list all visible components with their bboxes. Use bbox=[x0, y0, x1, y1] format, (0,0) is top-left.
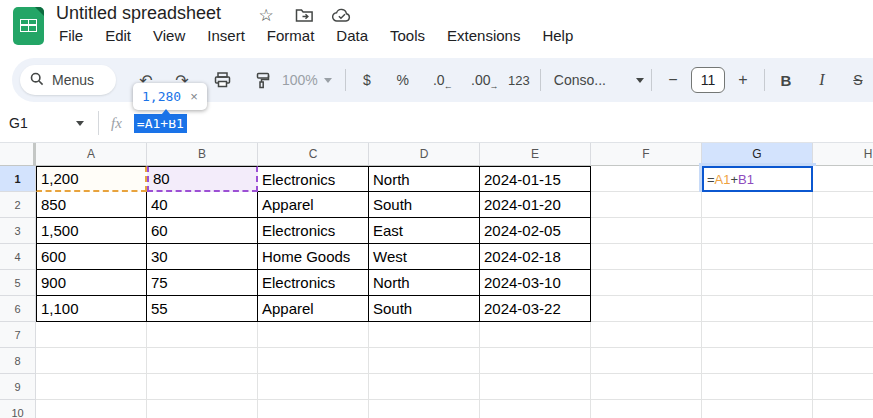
cell-F2[interactable] bbox=[591, 192, 702, 218]
cell-A1[interactable]: 1,200 bbox=[36, 166, 147, 192]
cell-A2[interactable]: 850 bbox=[36, 192, 147, 218]
cell-B4[interactable]: 30 bbox=[147, 244, 258, 270]
cell-C8[interactable] bbox=[258, 348, 369, 374]
cell-E1[interactable]: 2024-01-15 bbox=[480, 166, 591, 192]
column-header-F[interactable]: F bbox=[591, 143, 702, 166]
zoom-control[interactable]: 100% bbox=[282, 72, 332, 88]
cell-C3[interactable]: Electronics bbox=[258, 218, 369, 244]
cell-C2[interactable]: Apparel bbox=[258, 192, 369, 218]
cell-B1[interactable]: 80 bbox=[147, 166, 258, 192]
cell-F9[interactable] bbox=[591, 374, 702, 400]
move-to-folder-icon[interactable] bbox=[294, 5, 314, 25]
cell-G7[interactable] bbox=[702, 322, 813, 348]
cell-A8[interactable] bbox=[36, 348, 147, 374]
cell-F1[interactable] bbox=[591, 166, 702, 192]
cell-G2[interactable] bbox=[702, 192, 813, 218]
cell-H10[interactable] bbox=[813, 400, 873, 418]
cell-H6[interactable] bbox=[813, 296, 873, 322]
format-percent-button[interactable]: % bbox=[389, 66, 417, 94]
decrease-font-size-button[interactable]: − bbox=[659, 66, 687, 94]
row-header-6[interactable]: 6 bbox=[0, 296, 36, 322]
cell-F6[interactable] bbox=[591, 296, 702, 322]
cell-G10[interactable] bbox=[702, 400, 813, 418]
cell-A7[interactable] bbox=[36, 322, 147, 348]
row-header-5[interactable]: 5 bbox=[0, 270, 36, 296]
cell-D9[interactable] bbox=[369, 374, 480, 400]
cell-D10[interactable] bbox=[369, 400, 480, 418]
increase-font-size-button[interactable]: + bbox=[729, 66, 757, 94]
cell-B10[interactable] bbox=[147, 400, 258, 418]
cell-E9[interactable] bbox=[480, 374, 591, 400]
row-header-8[interactable]: 8 bbox=[0, 348, 36, 374]
cell-E6[interactable]: 2024-03-22 bbox=[480, 296, 591, 322]
cell-B6[interactable]: 55 bbox=[147, 296, 258, 322]
cell-H7[interactable] bbox=[813, 322, 873, 348]
cell-H9[interactable] bbox=[813, 374, 873, 400]
cell-A3[interactable]: 1,500 bbox=[36, 218, 147, 244]
format-currency-button[interactable]: $ bbox=[353, 66, 381, 94]
cell-H3[interactable] bbox=[813, 218, 873, 244]
column-header-D[interactable]: D bbox=[369, 143, 480, 166]
menu-file[interactable]: File bbox=[48, 25, 94, 46]
cell-C6[interactable]: Apparel bbox=[258, 296, 369, 322]
cell-H4[interactable] bbox=[813, 244, 873, 270]
cell-G9[interactable] bbox=[702, 374, 813, 400]
row-header-9[interactable]: 9 bbox=[0, 374, 36, 400]
row-header-7[interactable]: 7 bbox=[0, 322, 36, 348]
menu-help[interactable]: Help bbox=[531, 25, 584, 46]
increase-decimal-button[interactable]: .00→ bbox=[467, 66, 495, 94]
cell-G5[interactable] bbox=[702, 270, 813, 296]
cell-G6[interactable] bbox=[702, 296, 813, 322]
cell-D5[interactable]: North bbox=[369, 270, 480, 296]
row-header-4[interactable]: 4 bbox=[0, 244, 36, 270]
cell-D1[interactable]: North bbox=[369, 166, 480, 192]
bold-button[interactable]: B bbox=[772, 66, 800, 94]
cell-E2[interactable]: 2024-01-20 bbox=[480, 192, 591, 218]
column-header-A[interactable]: A bbox=[36, 143, 147, 166]
cell-G4[interactable] bbox=[702, 244, 813, 270]
cell-E10[interactable] bbox=[480, 400, 591, 418]
decrease-decimal-button[interactable]: .0← bbox=[425, 66, 453, 94]
row-header-1[interactable]: 1 bbox=[0, 166, 36, 192]
paint-format-button[interactable] bbox=[248, 66, 276, 94]
cell-C1[interactable]: Electronics bbox=[258, 166, 369, 192]
menu-extensions[interactable]: Extensions bbox=[436, 25, 531, 46]
cell-G8[interactable] bbox=[702, 348, 813, 374]
cell-H1[interactable] bbox=[813, 166, 873, 192]
row-header-10[interactable]: 10 bbox=[0, 400, 36, 418]
cell-D6[interactable]: South bbox=[369, 296, 480, 322]
menu-format[interactable]: Format bbox=[256, 25, 326, 46]
cell-F3[interactable] bbox=[591, 218, 702, 244]
column-header-G[interactable]: G bbox=[702, 143, 813, 166]
cell-G1[interactable]: =A1+B1 bbox=[702, 166, 813, 192]
cell-E8[interactable] bbox=[480, 348, 591, 374]
cell-C9[interactable] bbox=[258, 374, 369, 400]
font-size-input[interactable]: 11 bbox=[691, 67, 725, 93]
column-header-C[interactable]: C bbox=[258, 143, 369, 166]
cell-F5[interactable] bbox=[591, 270, 702, 296]
column-header-E[interactable]: E bbox=[480, 143, 591, 166]
cell-G3[interactable] bbox=[702, 218, 813, 244]
cell-F7[interactable] bbox=[591, 322, 702, 348]
cell-B9[interactable] bbox=[147, 374, 258, 400]
cell-A5[interactable]: 900 bbox=[36, 270, 147, 296]
sheets-logo-icon[interactable] bbox=[13, 7, 44, 45]
cell-H5[interactable] bbox=[813, 270, 873, 296]
cell-E3[interactable]: 2024-02-05 bbox=[480, 218, 591, 244]
cell-B8[interactable] bbox=[147, 348, 258, 374]
cell-E4[interactable]: 2024-02-18 bbox=[480, 244, 591, 270]
cell-D4[interactable]: West bbox=[369, 244, 480, 270]
cell-C4[interactable]: Home Goods bbox=[258, 244, 369, 270]
cell-D2[interactable]: South bbox=[369, 192, 480, 218]
close-icon[interactable]: × bbox=[190, 89, 198, 104]
cell-F8[interactable] bbox=[591, 348, 702, 374]
column-header-B[interactable]: B bbox=[147, 143, 258, 166]
cell-A4[interactable]: 600 bbox=[36, 244, 147, 270]
name-box[interactable]: G1 bbox=[0, 115, 76, 131]
row-header-2[interactable]: 2 bbox=[0, 192, 36, 218]
menu-insert[interactable]: Insert bbox=[196, 25, 256, 46]
menu-data[interactable]: Data bbox=[325, 25, 379, 46]
cell-E7[interactable] bbox=[480, 322, 591, 348]
menu-edit[interactable]: Edit bbox=[94, 25, 142, 46]
cell-B2[interactable]: 40 bbox=[147, 192, 258, 218]
